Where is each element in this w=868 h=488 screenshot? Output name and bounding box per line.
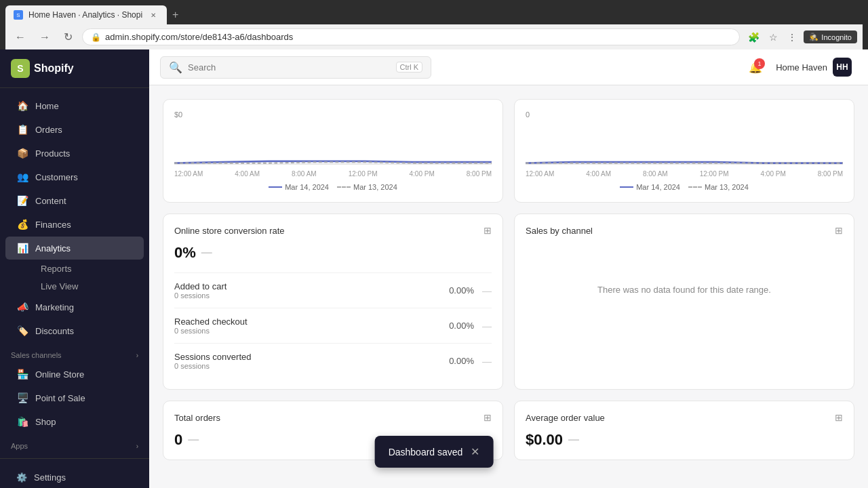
shopify-icon: S	[11, 59, 30, 78]
avg-order-value-header: Average order value ⊞	[526, 412, 843, 423]
app-container: S Shopify 🏠 Home 📋 Orders 📦 Products 👥 C…	[0, 49, 868, 488]
shopify-logo-text: Shopify	[34, 62, 74, 75]
settings-label: Settings	[34, 472, 66, 483]
sidebar-item-pos[interactable]: 🖥️ Point of Sale	[5, 386, 144, 409]
sidebar-item-reports[interactable]: Reports	[35, 260, 144, 277]
online-store-icon: 🏪	[16, 368, 28, 380]
sidebar-item-customers[interactable]: 👥 Customers	[5, 165, 144, 188]
reached-checkout-dash: —	[482, 321, 492, 331]
added-to-cart-sub: 0 sessions	[174, 291, 449, 300]
sessions-converted-label: Sessions converted	[174, 352, 449, 362]
conversion-row-added-to-cart: Added to cart 0 sessions 0.00% —	[174, 272, 492, 308]
main-content: $0 12:00 AM 4:00 AM 8:00 AM 12:00 PM 4:0…	[149, 85, 868, 488]
browser-chrome: S Home Haven · Analytics · Shopi ✕ + ← →…	[0, 0, 868, 49]
sidebar-item-online-store[interactable]: 🏪 Online Store	[5, 363, 144, 386]
chart-y-start2: 0	[526, 110, 843, 119]
dashboard-grid: $0 12:00 AM 4:00 AM 8:00 AM 12:00 PM 4:0…	[163, 99, 854, 460]
sidebar-item-label: Orders	[35, 125, 62, 135]
legend-line-dashed-right	[688, 186, 702, 188]
legend-label-mar14-right: Mar 14, 2024	[636, 183, 680, 191]
address-bar[interactable]: 🔒 admin.shopify.com/store/de8143-a6/dash…	[82, 28, 740, 45]
legend-item-mar13-right: Mar 13, 2024	[688, 183, 749, 191]
sessions-converted-dash: —	[482, 356, 492, 367]
sidebar-item-label: Marketing	[35, 302, 74, 312]
conversion-rate-value: 0% —	[174, 244, 492, 262]
settings-icon: ⚙️	[16, 472, 27, 483]
marketing-icon: 📣	[16, 301, 28, 313]
content-icon: 📝	[16, 195, 28, 207]
sidebar-item-label: Home	[35, 101, 59, 111]
legend-label-mar14: Mar 14, 2024	[285, 183, 329, 191]
sidebar-item-label: Finances	[35, 220, 71, 230]
added-to-cart-dash: —	[482, 285, 492, 296]
reached-checkout-sub: 0 sessions	[174, 327, 449, 335]
customers-icon: 👥	[16, 171, 28, 183]
sales-channels-section-label: Sales channels ›	[0, 343, 149, 362]
sales-by-channel-action[interactable]: ⊞	[835, 225, 843, 236]
sidebar-item-home[interactable]: 🏠 Home	[5, 94, 144, 117]
notification-badge: 1	[754, 58, 765, 69]
sessions-chart-svg	[174, 121, 492, 169]
expand-sales-channels-icon[interactable]: ›	[136, 352, 138, 359]
sessions-chart-right: 0	[526, 110, 843, 165]
sidebar-item-shop[interactable]: 🛍️ Shop	[5, 410, 144, 433]
sales-by-channel-header: Sales by channel ⊞	[526, 225, 843, 236]
tab-close-button[interactable]: ✕	[148, 9, 159, 20]
lock-icon: 🔒	[91, 33, 101, 42]
new-tab-button[interactable]: +	[170, 6, 181, 24]
analytics-icon: 📊	[16, 242, 28, 254]
url-text: admin.shopify.com/store/de8143-a6/dashbo…	[105, 32, 293, 42]
sidebar-navigation: 🏠 Home 📋 Orders 📦 Products 👥 Customers 📝…	[0, 88, 149, 458]
total-orders-title: Total orders	[174, 413, 220, 423]
sessions-converted-sub: 0 sessions	[174, 362, 449, 370]
sidebar-item-label: Content	[35, 196, 66, 206]
chart-legend: Mar 14, 2024 Mar 13, 2024	[174, 183, 492, 191]
total-orders-action[interactable]: ⊞	[484, 412, 492, 423]
sidebar-item-orders[interactable]: 📋 Orders	[5, 118, 144, 141]
top-navigation: 🔍 Ctrl K 🔔 1 Home Haven HH	[149, 49, 868, 85]
legend-item-mar13: Mar 13, 2024	[337, 183, 397, 191]
sidebar-item-live-view[interactable]: Live View	[35, 278, 144, 295]
notification-button[interactable]: 🔔 1	[749, 61, 762, 74]
chart-y-start: $0	[174, 110, 492, 119]
sessions-chart: $0	[174, 110, 492, 165]
back-button[interactable]: ←	[11, 30, 30, 45]
sidebar-item-analytics[interactable]: 📊 Analytics	[5, 237, 144, 260]
extension-icon[interactable]: 🧩	[745, 29, 762, 45]
sidebar-item-label: Point of Sale	[35, 393, 85, 403]
menu-icon[interactable]: ⋮	[785, 29, 800, 45]
search-input[interactable]	[188, 62, 391, 73]
store-button[interactable]: Home Haven HH	[770, 55, 857, 79]
added-to-cart-label: Added to cart	[174, 281, 449, 291]
toast-close-button[interactable]: ✕	[471, 445, 479, 458]
home-icon: 🏠	[16, 100, 28, 112]
avg-order-value-action[interactable]: ⊞	[835, 412, 843, 423]
conversion-row-sessions-converted: Sessions converted 0 sessions 0.00% —	[174, 343, 492, 378]
sidebar-footer: ⚙️ Settings	[0, 458, 149, 488]
conversion-row-reached-checkout: Reached checkout 0 sessions 0.00% —	[174, 308, 492, 343]
forward-button[interactable]: →	[35, 30, 54, 45]
bookmark-icon[interactable]: ☆	[766, 29, 781, 45]
pos-icon: 🖥️	[16, 392, 28, 404]
conversion-rate-header: Online store conversion rate ⊞	[174, 225, 492, 236]
toast-notification: Dashboard saved ✕	[375, 436, 494, 468]
expand-apps-icon[interactable]: ›	[136, 443, 138, 450]
sidebar-item-settings[interactable]: ⚙️ Settings	[11, 467, 138, 488]
added-to-cart-pct: 0.00%	[449, 285, 474, 296]
card-sessions-right: 0 12:00 AM 4:00 AM 8:00 AM 12:00 PM 4:00…	[514, 99, 854, 203]
reload-button[interactable]: ↻	[60, 29, 77, 45]
sidebar-item-label: Analytics	[35, 243, 71, 253]
conversion-rate-action[interactable]: ⊞	[484, 225, 492, 236]
toast-message: Dashboard saved	[389, 447, 463, 458]
browser-toolbar: ← → ↻ 🔒 admin.shopify.com/store/de8143-a…	[5, 24, 863, 49]
sidebar-item-discounts[interactable]: 🏷️ Discounts	[5, 319, 144, 342]
sessions-chart-right-svg	[526, 121, 843, 169]
sidebar-item-products[interactable]: 📦 Products	[5, 142, 144, 165]
search-bar[interactable]: 🔍 Ctrl K	[160, 56, 431, 79]
sidebar-item-content[interactable]: 📝 Content	[5, 189, 144, 212]
sidebar-logo: S Shopify	[0, 49, 149, 88]
sidebar-item-marketing[interactable]: 📣 Marketing	[5, 296, 144, 319]
active-tab[interactable]: S Home Haven · Analytics · Shopi ✕	[5, 5, 167, 24]
card-conversion-rate: Online store conversion rate ⊞ 0% — Adde…	[163, 214, 503, 390]
sidebar-item-finances[interactable]: 💰 Finances	[5, 213, 144, 236]
